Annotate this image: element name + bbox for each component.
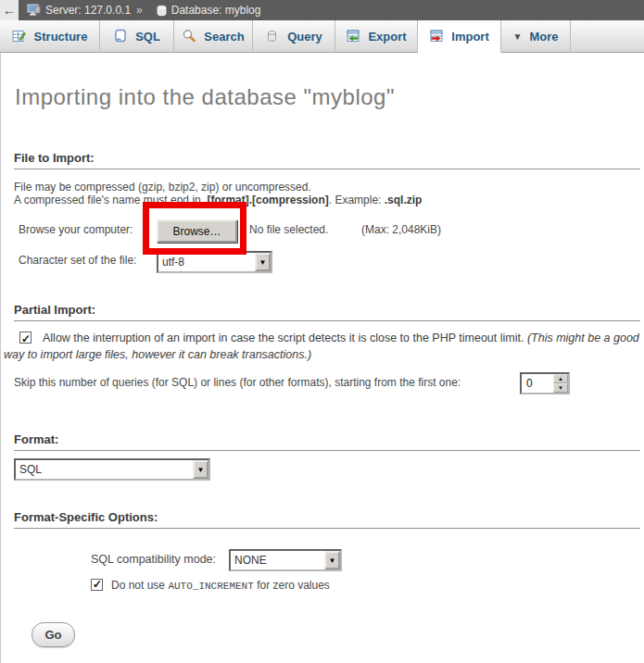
allow-interruption-checkbox[interactable] (19, 332, 32, 344)
charset-label: Character set of the file: (19, 254, 136, 267)
sql-icon (113, 29, 128, 44)
tab-label: SQL (135, 30, 160, 44)
tab-label: More (529, 30, 558, 44)
browse-label: Browse your computer: (19, 223, 133, 236)
structure-icon (12, 29, 27, 44)
breadcrumb: ← Server: 127.0.0.1 » Database: myblog (0, 0, 644, 20)
go-button[interactable]: Go (32, 622, 75, 647)
section-heading-partial-import: Partial Import: (14, 303, 640, 321)
tabbar-filler (571, 20, 644, 53)
format-value: SQL (19, 463, 42, 476)
filename-note: A compressed file's name must end in .[f… (14, 194, 422, 207)
tab-structure[interactable]: Structure (0, 20, 100, 53)
zero-values-label: Do not use AUTO_INCREMENT for zero value… (111, 579, 330, 592)
tab-export[interactable]: Export (335, 20, 418, 53)
compression-note: File may be compressed (gzip, bzip2, zip… (14, 181, 422, 194)
breadcrumb-separator: » (136, 4, 143, 17)
section-heading-format-specific: Format-Specific Options: (14, 510, 640, 529)
section-heading-file-to-import: File to Import: (14, 151, 640, 169)
tab-label: Search (204, 30, 244, 44)
tab-label: Structure (34, 30, 88, 44)
tab-more[interactable]: ▼ More (501, 20, 571, 53)
page-title: Importing into the database "myblog" (15, 84, 395, 110)
spinner-up-icon[interactable]: ▲ (553, 374, 568, 383)
spinner-buttons: ▲ ▼ (553, 374, 568, 393)
dropdown-arrow-icon: ▼ (324, 551, 340, 569)
dropdown-arrow-icon: ▼ (193, 460, 208, 479)
zero-values-checkbox[interactable] (91, 579, 103, 591)
skip-queries-value: 0 (526, 377, 533, 390)
charset-value: utf-8 (162, 256, 184, 269)
export-icon (346, 29, 360, 44)
sql-compat-select[interactable]: NONE ▼ (229, 549, 342, 571)
tab-search[interactable]: Search (174, 20, 253, 53)
search-icon (182, 29, 196, 44)
phpmyadmin-import-page: ← Server: 127.0.0.1 » Database: myblog (0, 0, 644, 663)
allow-interruption-row: Allow the interruption of an import in c… (4, 330, 642, 363)
max-size-text: (Max: 2,048KiB) (361, 223, 441, 236)
tab-bar: Structure SQL Search Query (0, 20, 644, 53)
database-icon (157, 5, 167, 17)
tab-label: Query (287, 30, 322, 44)
file-import-description: File may be compressed (gzip, bzip2, zip… (14, 181, 422, 206)
zero-values-row: Do not use AUTO_INCREMENT for zero value… (91, 579, 330, 592)
server-icon (27, 4, 41, 17)
tab-label: Import (451, 30, 488, 44)
breadcrumb-server-link[interactable]: Server: 127.0.0.1 (45, 4, 131, 17)
tab-query[interactable]: Query (253, 20, 335, 53)
tab-import[interactable]: Import (418, 20, 501, 53)
section-heading-format: Format: (14, 432, 640, 451)
query-icon (265, 29, 280, 44)
back-button[interactable]: ← (0, 0, 19, 20)
tab-sql[interactable]: SQL (100, 20, 174, 53)
sql-compat-label: SQL compatibility mode: (91, 553, 216, 566)
charset-select[interactable]: utf-8 ▼ (157, 251, 272, 273)
no-file-selected-text: No file selected. (249, 223, 328, 236)
allow-interruption-label: Allow the interruption of an import in c… (43, 332, 527, 344)
browse-button[interactable]: Browse… (157, 219, 237, 243)
spinner-down-icon[interactable]: ▼ (553, 383, 568, 393)
dropdown-arrow-icon: ▼ (255, 253, 271, 271)
skip-queries-label: Skip this number of queries (for SQL) or… (14, 376, 461, 389)
format-select[interactable]: SQL ▼ (14, 458, 210, 481)
tab-label: Export (368, 30, 406, 44)
breadcrumb-database-link[interactable]: Database: myblog (171, 4, 261, 17)
chevron-down-icon: ▼ (513, 31, 523, 42)
import-icon (429, 29, 444, 44)
skip-queries-input[interactable]: 0 ▲ ▼ (520, 372, 570, 394)
sql-compat-value: NONE (234, 554, 267, 567)
main-content: Importing into the database "myblog" Fil… (0, 53, 644, 663)
